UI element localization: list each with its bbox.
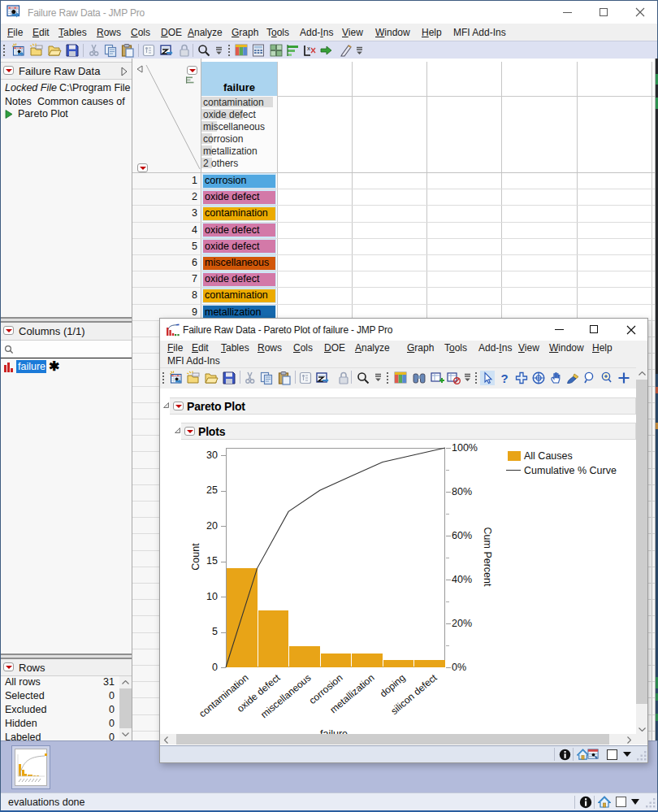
svg-text:?: ? [501, 371, 509, 385]
svg-text:x: x [307, 45, 310, 52]
